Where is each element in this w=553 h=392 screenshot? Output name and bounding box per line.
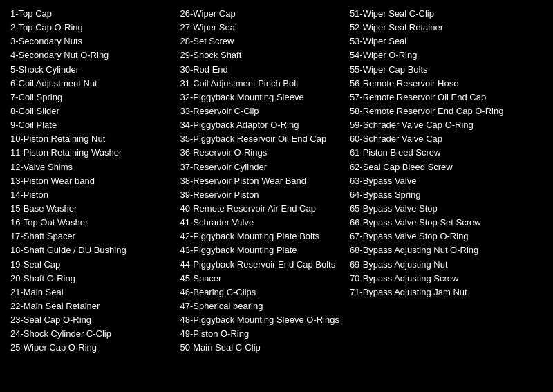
list-item: 9-Coil Plate — [10, 118, 180, 132]
list-item: 32-Piggyback Mounting Sleeve — [180, 91, 349, 104]
list-item: 12-Valve Shims — [10, 160, 180, 174]
list-item: 27-Wiper Seal — [180, 21, 349, 35]
list-item: 52-Wiper Seal Retainer — [350, 21, 543, 35]
list-item: 71-Bypass Adjusting Jam Nut — [350, 286, 543, 299]
list-item: 16-Top Out Washer — [10, 216, 180, 230]
list-item: 55-Wiper Cap Bolts — [350, 63, 543, 77]
list-item: 60-Schrader Valve Cap — [350, 132, 543, 146]
list-item: 25-Wiper Cap O-Ring — [10, 341, 180, 355]
list-item: 67-Bypass Valve Stop O-Ring — [350, 230, 543, 243]
list-item: 54-Wiper O-Ring — [350, 48, 543, 62]
list-item: 56-Remote Reservoir Hose — [350, 77, 543, 91]
list-item: 10-Piston Retaining Nut — [10, 132, 180, 146]
list-item: 34-Piggyback Adaptor O-Ring — [180, 118, 349, 132]
list-item: 36-Reservoir O-Rings — [180, 146, 349, 160]
list-item: 22-Main Seal Retainer — [10, 299, 180, 313]
list-item: 48-Piggyback Mounting Sleeve O-Rings — [180, 313, 349, 327]
list-item: 66-Bypass Valve Stop Set Screw — [350, 216, 543, 230]
list-item: 47-Spherical bearing — [180, 299, 349, 313]
list-item: 1-Top Cap — [10, 7, 180, 21]
list-item: 40-Remote Reservoir Air End Cap — [180, 202, 349, 216]
list-item: 62-Seal Cap Bleed Screw — [350, 160, 543, 174]
list-item: 8-Coil Slider — [10, 104, 180, 118]
list-item: 69-Bypass Adjusting Nut — [350, 258, 543, 272]
list-item: 43-Piggyback Mounting Plate — [180, 243, 349, 257]
list-item: 4-Secondary Nut O-Ring — [10, 48, 180, 62]
list-item: 39-Reservoir Piston — [180, 188, 349, 202]
list-item: 21-Main Seal — [10, 286, 180, 299]
list-item: 17-Shaft Spacer — [10, 230, 180, 243]
list-item: 58-Remote Reservoir End Cap O-Ring — [350, 104, 543, 118]
list-item: 14-Piston — [10, 188, 180, 202]
list-item: 30-Rod End — [180, 63, 349, 77]
list-item: 24-Shock Cylinder C-Clip — [10, 327, 180, 341]
list-item: 51-Wiper Seal C-Clip — [350, 7, 543, 21]
list-item: 20-Shaft O-Ring — [10, 272, 180, 286]
list-item: 63-Bypass Valve — [350, 174, 543, 188]
parts-list: 1-Top Cap2-Top Cap O-Ring3-Secondary Nut… — [10, 7, 543, 355]
list-item: 65-Bypass Valve Stop — [350, 202, 543, 216]
list-item: 5-Shock Cylinder — [10, 63, 180, 77]
list-item: 18-Shaft Guide / DU Bushing — [10, 243, 180, 257]
list-item: 13-Piston Wear band — [10, 174, 180, 188]
list-item: 3-Secondary Nuts — [10, 35, 180, 48]
list-item: 50-Main Seal C-Clip — [180, 341, 349, 355]
list-item: 68-Bypass Adjusting Nut O-Ring — [350, 243, 543, 257]
column-2: 26-Wiper Cap27-Wiper Seal28-Set Screw29-… — [180, 7, 349, 355]
list-item: 19-Seal Cap — [10, 258, 180, 272]
list-item: 42-Piggyback Mounting Plate Bolts — [180, 230, 349, 243]
list-item: 15-Base Washer — [10, 202, 180, 216]
list-item: 35-Piggyback Reservoir Oil End Cap — [180, 132, 349, 146]
list-item: 61-Piston Bleed Screw — [350, 146, 543, 160]
list-item: 46-Bearing C-Clips — [180, 286, 349, 299]
column-3: 51-Wiper Seal C-Clip52-Wiper Seal Retain… — [350, 7, 543, 355]
list-item: 26-Wiper Cap — [180, 7, 349, 21]
list-item: 41-Schrader Valve — [180, 216, 349, 230]
list-item: 31-Coil Adjustment Pinch Bolt — [180, 77, 349, 91]
list-item: 37-Reservoir Cylinder — [180, 160, 349, 174]
list-item: 45-Spacer — [180, 272, 349, 286]
list-item: 7-Coil Spring — [10, 91, 180, 104]
list-item: 2-Top Cap O-Ring — [10, 21, 180, 35]
list-item: 70-Bypass Adjusting Screw — [350, 272, 543, 286]
list-item: 23-Seal Cap O-Ring — [10, 313, 180, 327]
list-item: 57-Remote Reservoir Oil End Cap — [350, 91, 543, 104]
list-item: 28-Set Screw — [180, 35, 349, 48]
list-item: 44-Piggyback Reservoir End Cap Bolts — [180, 258, 349, 272]
list-item: 11-Piston Retaining Washer — [10, 146, 180, 160]
list-item: 29-Shock Shaft — [180, 48, 349, 62]
list-item: 33-Reservoir C-Clip — [180, 104, 349, 118]
list-item: 59-Schrader Valve Cap O-Ring — [350, 118, 543, 132]
list-item: 64-Bypass Spring — [350, 188, 543, 202]
list-item: 53-Wiper Seal — [350, 35, 543, 48]
list-item: 38-Reservoir Piston Wear Band — [180, 174, 349, 188]
list-item: 6-Coil Adjustment Nut — [10, 77, 180, 91]
list-item: 49-Piston O-Ring — [180, 327, 349, 341]
column-1: 1-Top Cap2-Top Cap O-Ring3-Secondary Nut… — [10, 7, 180, 355]
